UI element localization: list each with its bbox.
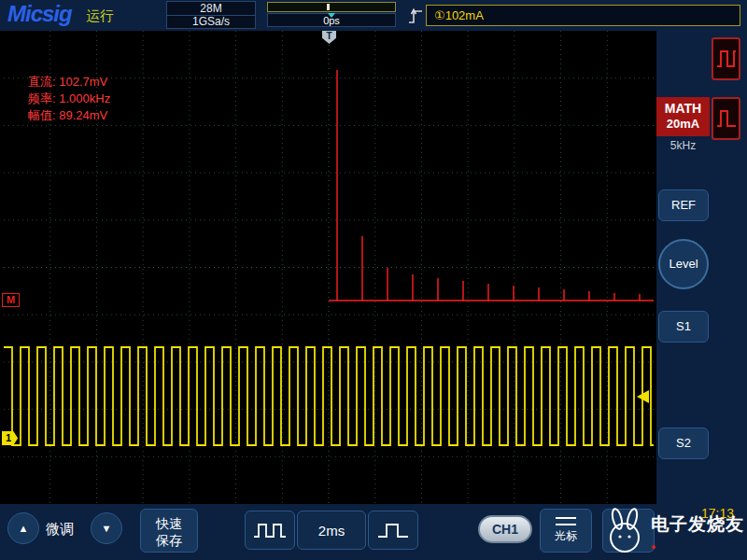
red-square-wave-icon <box>715 41 738 77</box>
ref-button[interactable]: REF <box>658 189 709 221</box>
quick-save-button[interactable]: 快速 保存 <box>140 509 198 553</box>
run-status-label[interactable]: 运行 <box>86 7 114 25</box>
single-pulse-icon <box>375 519 411 541</box>
top-status-bar: Micsig 运行 28M 1GSa/s 0ps ①102mA <box>0 0 747 31</box>
trigger-source-value: ①102mA <box>434 8 484 22</box>
waveform-display[interactable]: 直流: 102.7mV 频率: 1.000kHz 幅值: 89.24mV T M… <box>0 31 656 504</box>
trigger-delay-marker-icon <box>328 13 335 18</box>
horizontal-position-widget[interactable]: 0ps <box>265 1 398 29</box>
s2-button[interactable]: S2 <box>658 427 709 459</box>
math-channel-marker[interactable]: M <box>2 293 20 307</box>
cursor-label: 光标 <box>541 529 591 542</box>
math-label: MATH <box>656 101 710 117</box>
trigger-slope-icon[interactable] <box>407 6 424 30</box>
trigger-source-box[interactable]: ①102mA <box>426 5 740 26</box>
brand-logo: Micsig <box>7 1 72 27</box>
oscilloscope-ui: Micsig 运行 28M 1GSa/s 0ps ①102mA <box>0 0 747 560</box>
measurement-readout: 直流: 102.7mV 频率: 1.000kHz 幅值: 89.24mV <box>28 74 110 124</box>
step-up-button[interactable]: ▲ <box>7 512 39 544</box>
cursor-lines-icon <box>556 517 576 525</box>
cursor-button[interactable]: 光标 <box>540 509 592 553</box>
sample-rate-label: 1GSa/s <box>167 16 255 28</box>
s1-button[interactable]: S1 <box>658 311 709 343</box>
clock-label: 17:13 <box>701 506 734 521</box>
quick-save-line1: 快速 <box>141 515 197 532</box>
timebase-bar <box>267 2 396 12</box>
math-frequency-label: 5kHz <box>656 139 710 152</box>
timebase-increase-button[interactable] <box>368 511 418 550</box>
acquisition-info-box: 28M 1GSa/s <box>166 1 256 29</box>
multi-square-wave-icon <box>252 519 288 541</box>
trigger-level-arrow[interactable] <box>637 390 649 403</box>
step-down-button[interactable]: ▼ <box>91 512 122 544</box>
fine-tune-label: 微调 <box>46 521 74 539</box>
measurement-freq: 频率: 1.000kHz <box>28 91 110 107</box>
timebase-decrease-button[interactable] <box>245 511 295 550</box>
bottom-toolbar: ▲ 微调 ▼ 快速 保存 2ms CH1 光标 17:13 <box>0 504 747 560</box>
memory-depth-label: 28M <box>167 2 255 16</box>
quick-save-line2: 保存 <box>141 532 197 549</box>
math-fft-trace <box>329 70 654 301</box>
math-scale: 20mA <box>656 117 710 131</box>
right-sidebar: MATH 20mA 5kHz REF Level S1 S2 <box>656 31 747 504</box>
math-wave-button-bottom[interactable] <box>712 97 740 140</box>
measurement-dc: 直流: 102.7mV <box>28 74 110 91</box>
timebase-value[interactable]: 2ms <box>297 511 366 550</box>
math-channel-badge[interactable]: MATH 20mA <box>656 97 710 136</box>
math-wave-button-top[interactable] <box>712 37 740 80</box>
ch1-button[interactable]: CH1 <box>478 515 532 543</box>
ch1-square-trace <box>4 347 654 445</box>
measurement-amplitude: 幅值: 89.24mV <box>28 107 110 124</box>
trigger-delay-box: 0ps <box>267 13 396 27</box>
extra-function-button[interactable] <box>602 509 655 553</box>
red-pulse-icon <box>715 101 738 136</box>
level-button[interactable]: Level <box>658 239 709 289</box>
timebase-position-tick-icon <box>327 4 330 10</box>
